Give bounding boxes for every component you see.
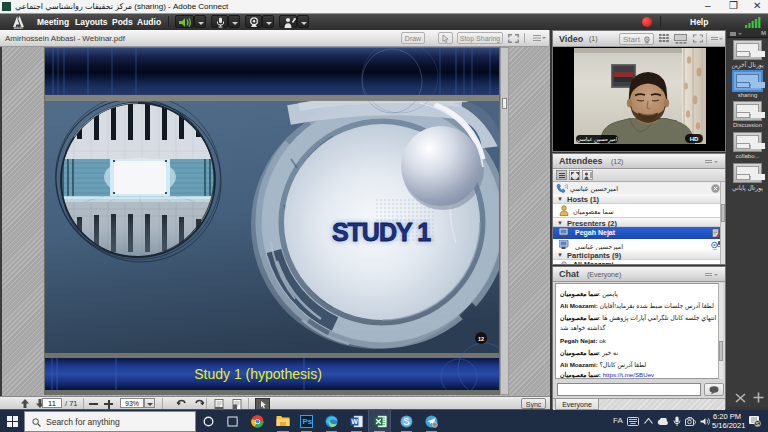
svg-text:W: W bbox=[351, 418, 358, 425]
svg-text:Study 1 (hypothesis): Study 1 (hypothesis) bbox=[194, 366, 322, 382]
svg-text:HD: HD bbox=[690, 136, 699, 142]
svg-text:Adobe: Adobe bbox=[14, 26, 24, 29]
svg-text:12: 12 bbox=[478, 336, 484, 342]
svg-text:STUDY 1: STUDY 1 bbox=[332, 218, 431, 246]
svg-text:اميرحسين عباسي: اميرحسين عباسي bbox=[577, 136, 618, 143]
